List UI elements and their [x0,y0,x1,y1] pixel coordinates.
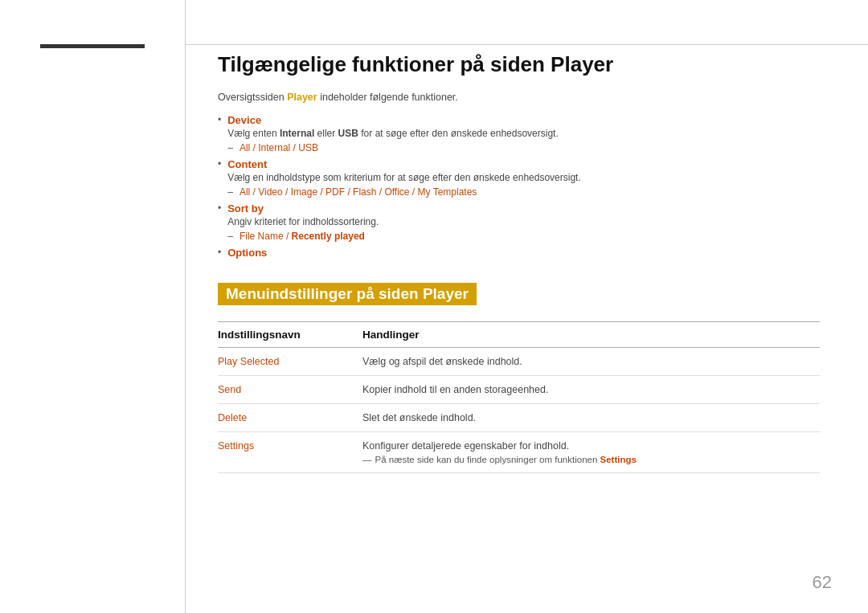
setting-desc-settings-main: Konfigurer detaljerede egenskaber for in… [362,440,812,452]
table-row: Send Kopier indhold til en anden storage… [218,376,820,404]
page-number: 62 [813,572,832,593]
setting-name-settings: Settings [218,432,362,473]
bullet-dot-sortby: • [218,202,221,214]
setting-name-play: Play Selected [218,348,362,376]
table-row: Settings Konfigurer detaljerede egenskab… [218,432,820,473]
sub-dash-device: – [227,142,233,153]
page-container: Tilgængelige funktioner på siden Player … [0,0,868,613]
bullet-dot-device: • [218,114,221,125]
sub-links-device: All / Internal / USB [240,142,318,153]
bullet-content-item: • Content Vælg en indholdstype som krite… [218,158,820,198]
setting-desc-delete: Slet det ønskede indhold. [362,404,820,432]
bullet-section: • Device Vælg enten Internal eller USB f… [218,114,820,259]
bullet-content-options: Options [227,247,820,259]
sub-links-content: All / Video / Image / PDF / Flash / Offi… [240,186,477,198]
settings-note: —På næste side kan du finde oplysninger … [362,455,812,464]
bullet-options: • Options [218,247,820,259]
left-sidebar [0,0,185,613]
top-border [186,44,868,45]
intro-prefix: Oversigtssiden [218,92,287,103]
col-header-action: Handlinger [362,322,820,348]
section2-title: Menuindstillinger på siden Player [218,283,477,305]
bullet-content-content: Content Vælg en indholdstype som kriteri… [227,158,820,198]
table-header-row: Indstillingsnavn Handlinger [218,322,820,348]
bullet-label-content: Content [227,158,820,170]
bullet-desc-device: Vælg enten Internal eller USB for at søg… [227,128,820,139]
table-row: Delete Slet det ønskede indhold. [218,404,820,432]
sub-dash-sortby: – [227,231,233,242]
bullet-desc-sortby: Angiv kriteriet for indholdssortering. [227,216,820,227]
col-header-name: Indstillingsnavn [218,322,362,348]
sub-links-sortby: File Name / Recently played [240,231,365,242]
bullet-dot-content: • [218,158,221,170]
settings-table: Indstillingsnavn Handlinger Play Selecte… [218,321,820,473]
table-row: Play Selected Vælg og afspil det ønskede… [218,348,820,376]
content-area: Tilgængelige funktioner på siden Player … [185,0,868,613]
sub-bullet-sortby: – File Name / Recently played [227,231,820,242]
bullet-desc-content: Vælg en indholdstype som kriterium for a… [227,172,820,183]
setting-desc-play: Vælg og afspil det ønskede indhold. [362,348,820,376]
bullet-label-options: Options [227,247,820,259]
bullet-label-device: Device [227,114,820,126]
intro-highlight: Player [287,92,317,103]
bullet-dot-options: • [218,247,221,258]
sub-bullet-device: – All / Internal / USB [227,142,820,153]
bullet-content-device: Device Vælg enten Internal eller USB for… [227,114,820,153]
setting-name-send: Send [218,376,362,404]
sub-bullet-content: – All / Video / Image / PDF / Flash / Of… [227,186,820,198]
intro-suffix: indeholder følgende funktioner. [317,92,458,103]
settings-note-bold: Settings [600,455,637,464]
setting-desc-settings: Konfigurer detaljerede egenskaber for in… [362,432,820,473]
bullet-sortby: • Sort by Angiv kriteriet for indholdsso… [218,202,820,242]
bullet-content-sortby: Sort by Angiv kriteriet for indholdssort… [227,202,820,242]
setting-desc-send: Kopier indhold til en anden storageenhed… [362,376,820,404]
bullet-label-sortby: Sort by [227,202,820,215]
setting-name-delete: Delete [218,404,362,432]
em-dash: — [362,455,372,464]
bullet-device: • Device Vælg enten Internal eller USB f… [218,114,820,153]
intro-text: Oversigtssiden Player indeholder følgend… [218,92,820,103]
sidebar-accent-bar [40,44,145,48]
page-title: Tilgængelige funktioner på siden Player [218,52,820,77]
sub-dash-content: – [227,186,233,198]
